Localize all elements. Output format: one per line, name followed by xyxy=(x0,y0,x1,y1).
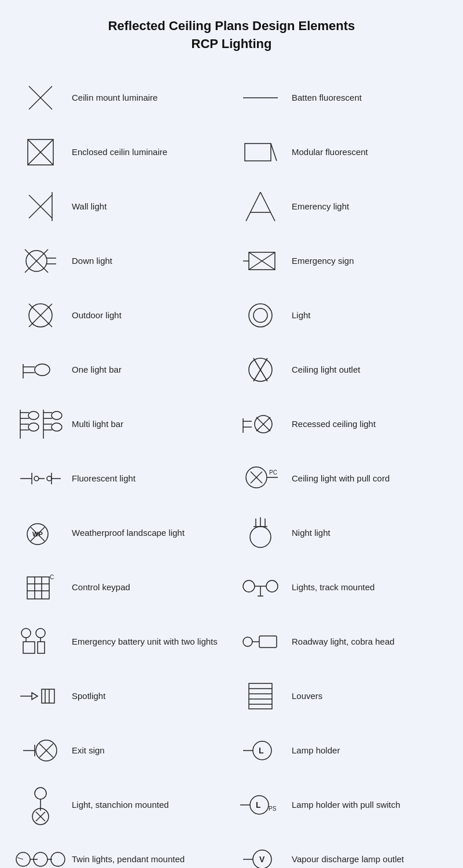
exit-sign-icon xyxy=(17,730,64,771)
svg-point-57 xyxy=(34,476,39,481)
lights-track-mounted-label: Lights, track mounted xyxy=(292,581,374,593)
lamp-holder-pull-icon: L PS xyxy=(237,785,284,825)
exit-sign-label: Exit sign xyxy=(72,744,105,756)
twin-lights-label: Twin lights, pendant mounted xyxy=(72,853,185,865)
list-item: C Control keypad xyxy=(12,560,232,615)
list-item: Multi light bar xyxy=(12,397,232,451)
light-icon xyxy=(237,295,284,336)
list-item: Night light xyxy=(232,506,451,560)
svg-rect-95 xyxy=(259,636,277,648)
svg-text:L: L xyxy=(259,746,264,755)
recessed-ceiling-light-icon xyxy=(237,404,284,444)
svg-line-7 xyxy=(271,144,277,161)
svg-point-40 xyxy=(28,411,39,420)
list-item: Spotlight xyxy=(12,669,232,723)
vapour-discharge-label: Vapour discharge lamp outlet xyxy=(292,853,404,865)
emergency-sign-icon xyxy=(237,241,284,281)
svg-point-82 xyxy=(243,580,255,592)
weatherproof-icon: WP xyxy=(17,513,64,553)
svg-point-47 xyxy=(52,411,62,420)
list-item: Recessed ceiling light xyxy=(232,397,451,451)
modular-fluorescent-icon xyxy=(237,132,284,172)
emergency-light-label: Emerency light xyxy=(292,200,349,212)
wall-light-icon xyxy=(17,186,64,227)
spotlight-label: Spotlight xyxy=(72,690,105,702)
list-item: Down light xyxy=(12,234,232,288)
symbols-grid: Ceilin mount luminaire Batten fluorescen… xyxy=(12,71,451,868)
svg-point-26 xyxy=(249,304,272,327)
list-item: One light bar xyxy=(12,343,232,397)
lamp-holder-icon: L xyxy=(237,730,284,771)
svg-text:L: L xyxy=(256,800,261,810)
list-item: Enclosed ceilin luminaire xyxy=(12,125,232,179)
list-item: L PS Lamp holder with pull switch xyxy=(232,778,451,832)
svg-rect-90 xyxy=(38,642,45,653)
ceiling-light-outlet-label: Ceiling light outlet xyxy=(292,363,360,376)
svg-point-88 xyxy=(36,628,45,638)
louvers-label: Louvers xyxy=(292,690,322,702)
emergency-battery-icon xyxy=(17,621,64,662)
svg-rect-6 xyxy=(245,144,271,161)
list-item: PC Ceiling light with pull cord xyxy=(232,451,451,506)
svg-rect-76 xyxy=(27,577,49,599)
louvers-icon xyxy=(237,676,284,716)
list-item: Emergency battery unit with two lights xyxy=(12,615,232,669)
control-keypad-label: Control keypad xyxy=(72,581,130,593)
svg-line-12 xyxy=(260,192,275,221)
ceiling-light-pull-cord-label: Ceiling light with pull cord xyxy=(292,472,389,484)
svg-point-59 xyxy=(47,476,52,481)
down-light-label: Down light xyxy=(72,255,112,267)
list-item: Fluorescent light xyxy=(12,451,232,506)
multi-light-bar-icon xyxy=(17,404,64,444)
svg-text:WP: WP xyxy=(32,531,43,538)
svg-point-127 xyxy=(51,852,65,866)
list-item: Exit sign xyxy=(12,723,232,778)
page-header: Reflected Ceiling Plans Design Elements … xyxy=(12,17,451,53)
list-item: WP Weatherproof landscape light xyxy=(12,506,232,560)
list-item: Louvers xyxy=(232,669,451,723)
list-item: Twin lights, pendant mounted xyxy=(12,832,232,868)
lamp-holder-label: Lamp holder xyxy=(292,744,340,756)
svg-line-11 xyxy=(246,192,260,221)
light-label: Light xyxy=(292,309,311,321)
list-item: Emerency light xyxy=(232,179,451,234)
lamp-holder-pull-label: Lamp holder with pull switch xyxy=(292,799,400,811)
night-light-label: Night light xyxy=(292,527,330,539)
emergency-battery-label: Emergency battery unit with two lights xyxy=(72,635,218,648)
spotlight-icon xyxy=(17,676,64,716)
svg-line-128 xyxy=(17,858,23,859)
svg-point-48 xyxy=(52,423,62,431)
svg-rect-89 xyxy=(23,642,35,653)
one-light-bar-label: One light bar xyxy=(72,363,122,376)
enclosed-ceiling-luminaire-icon xyxy=(17,132,64,172)
list-item: V Vapour discharge lamp outlet xyxy=(232,832,451,868)
page-title: Reflected Ceiling Plans Design Elements … xyxy=(12,17,451,53)
list-item: Light, stanchion mounted xyxy=(12,778,232,832)
list-item: Ceilin mount luminaire xyxy=(12,71,232,125)
control-keypad-icon: C xyxy=(17,567,64,608)
list-item: Ceiling light outlet xyxy=(232,343,451,397)
light-stanchion-icon xyxy=(17,785,64,825)
list-item: Wall light xyxy=(12,179,232,234)
svg-point-31 xyxy=(35,364,50,376)
batten-fluorescent-icon xyxy=(237,78,284,118)
list-item: Emergency sign xyxy=(232,234,451,288)
night-light-icon xyxy=(237,513,284,553)
svg-point-114 xyxy=(35,788,46,799)
outdoor-light-label: Outdoor light xyxy=(72,309,122,321)
batten-fluorescent-label: Batten fluorescent xyxy=(292,91,362,104)
list-item: Light xyxy=(232,288,451,343)
vapour-discharge-icon: V xyxy=(237,839,284,868)
outdoor-light-icon xyxy=(17,295,64,336)
light-stanchion-label: Light, stanchion mounted xyxy=(72,799,169,811)
recessed-ceiling-light-label: Recessed ceiling light xyxy=(292,418,376,430)
lights-track-mounted-icon xyxy=(237,567,284,608)
list-item: L Lamp holder xyxy=(232,723,451,778)
page: Reflected Ceiling Plans Design Elements … xyxy=(0,0,463,868)
roadway-light-icon xyxy=(237,621,284,662)
list-item: Roadway light, cobra head xyxy=(232,615,451,669)
fluorescent-light-icon xyxy=(17,458,64,499)
svg-marker-97 xyxy=(32,693,38,700)
svg-rect-98 xyxy=(42,689,54,703)
one-light-bar-icon xyxy=(17,350,64,390)
